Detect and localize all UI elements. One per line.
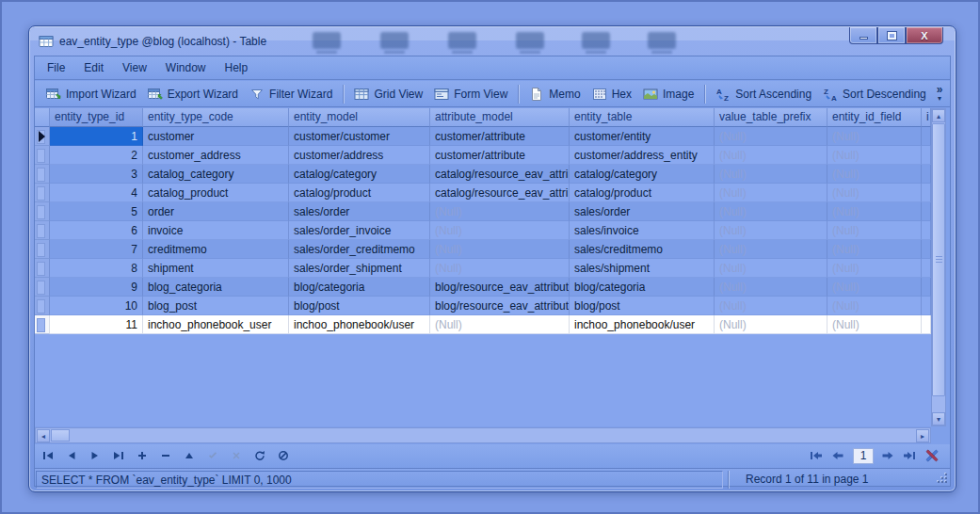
grid-cell[interactable]: 6 <box>50 221 143 240</box>
grid-cell[interactable]: (Null) <box>827 165 922 184</box>
row-selector-cell[interactable] <box>35 315 50 334</box>
grid-cell[interactable]: (Null) <box>827 240 922 259</box>
grid-cell[interactable]: (Null) <box>430 240 570 259</box>
grid-cell[interactable]: 3 <box>50 165 143 184</box>
row-selector-cell[interactable] <box>35 202 50 221</box>
grid-cell[interactable]: blog/resource_eav_attribute <box>430 278 570 297</box>
grid-cell[interactable]: catalog/category <box>570 165 715 184</box>
page-number-box[interactable]: 1 <box>853 448 874 464</box>
row-selector-cell[interactable] <box>35 165 50 184</box>
toolbar-button-filter-wizard[interactable]: Filter Wizard <box>244 84 338 104</box>
row-selector-cell[interactable] <box>35 259 50 278</box>
grid-cell[interactable]: inchoo_phonebook/user <box>289 315 430 334</box>
refresh-button[interactable] <box>254 450 266 462</box>
grid-cell[interactable]: (Null) <box>715 297 827 315</box>
next-record-button[interactable] <box>89 450 102 462</box>
grid-cell[interactable]: creditmemo <box>143 240 289 259</box>
grid-cell[interactable]: 11 <box>50 315 143 334</box>
grid-cell[interactable]: (Null) <box>827 297 922 315</box>
toolbar-button-sort-ascending[interactable]: AZSort Ascending <box>710 84 817 104</box>
grid-cell[interactable]: customer/attribute <box>430 127 570 146</box>
grid-cell[interactable] <box>922 259 931 278</box>
grid-cell[interactable] <box>922 184 931 202</box>
grid-cell[interactable]: catalog/category <box>289 165 430 184</box>
grid-cell[interactable]: (Null) <box>715 202 827 221</box>
maximize-button[interactable] <box>877 27 906 44</box>
column-header-entity-type-code[interactable]: entity_type_code <box>143 108 289 127</box>
menu-item-file[interactable]: File <box>38 58 74 77</box>
column-header-value-table-prefix[interactable]: value_table_prefix <box>715 108 827 127</box>
row-selector-cell[interactable] <box>35 278 50 297</box>
grid-cell[interactable]: (Null) <box>715 184 827 202</box>
grid-cell[interactable] <box>922 202 931 221</box>
grid-cell[interactable] <box>922 297 931 315</box>
toolbar-button-memo[interactable]: Memo <box>523 84 586 104</box>
previous-record-button[interactable] <box>66 450 78 462</box>
grid-cell[interactable] <box>922 127 931 146</box>
grid-cell[interactable]: 5 <box>50 202 143 221</box>
grid-cell[interactable]: sales/shipment <box>570 259 715 278</box>
grid-cell[interactable]: 9 <box>50 278 143 297</box>
grid-cell[interactable]: (Null) <box>715 146 827 165</box>
toolbar-button-grid-view[interactable]: Grid View <box>348 84 428 104</box>
grid-cell[interactable]: shipment <box>143 259 289 278</box>
stop-button[interactable] <box>278 450 290 462</box>
grid-cell[interactable] <box>922 240 931 259</box>
row-selector-cell[interactable] <box>35 184 50 202</box>
last-record-button[interactable] <box>113 450 125 462</box>
grid-cell[interactable]: 4 <box>50 184 143 202</box>
first-record-button[interactable] <box>42 450 55 462</box>
menu-item-edit[interactable]: Edit <box>74 58 113 77</box>
column-header-i[interactable]: i <box>922 108 931 127</box>
grid-cell[interactable]: catalog_category <box>143 165 289 184</box>
grid-cell[interactable]: invoice <box>143 221 289 240</box>
grid-cell[interactable]: catalog/product <box>289 184 430 202</box>
toolbar-button-export-wizard[interactable]: Export Wizard <box>142 84 244 104</box>
grid-cell[interactable]: (Null) <box>430 221 570 240</box>
toolbar-button-image[interactable]: Image <box>637 84 699 104</box>
grid-cell[interactable]: blog/post <box>570 297 715 315</box>
grid-cell[interactable]: 8 <box>50 259 143 278</box>
grid-cell[interactable] <box>922 278 931 297</box>
grid-cell[interactable]: sales/order <box>289 202 430 221</box>
grid-cell[interactable]: (Null) <box>715 127 827 146</box>
grid-cell[interactable]: blog_post <box>143 297 289 315</box>
grid-cell[interactable]: (Null) <box>827 202 922 221</box>
minimize-button[interactable] <box>849 27 877 44</box>
scroll-up-button[interactable]: ▴ <box>932 109 945 122</box>
grid-cell[interactable]: customer/address <box>289 146 430 165</box>
grid-cell[interactable]: (Null) <box>827 259 922 278</box>
grid-cell[interactable] <box>922 165 931 184</box>
grid-cell[interactable]: blog/categoria <box>289 278 430 297</box>
grid-cell[interactable]: (Null) <box>827 184 922 202</box>
menu-item-window[interactable]: Window <box>156 58 216 77</box>
previous-page-button[interactable] <box>831 450 845 462</box>
column-header-entity-type-id[interactable]: entity_type_id <box>50 108 143 127</box>
grid-cell[interactable]: blog_categoria <box>143 278 289 297</box>
grid-cell[interactable]: (Null) <box>827 315 922 334</box>
first-page-button[interactable] <box>810 450 824 462</box>
menu-item-view[interactable]: View <box>113 58 156 77</box>
grid-cell[interactable] <box>922 315 931 334</box>
grid-cell[interactable]: sales/order_invoice <box>289 221 430 240</box>
grid-cell[interactable]: sales/creditmemo <box>570 240 715 259</box>
column-header-entity-id-field[interactable]: entity_id_field <box>827 108 922 127</box>
grid-cell[interactable]: (Null) <box>430 259 570 278</box>
grid-cell[interactable]: customer <box>143 127 289 146</box>
grid-cell[interactable]: 7 <box>50 240 143 259</box>
column-header-entity-table[interactable]: entity_table <box>570 108 715 127</box>
grid-cell[interactable]: customer/attribute <box>430 146 570 165</box>
row-selector-cell[interactable] <box>35 297 50 315</box>
column-header-attribute-model[interactable]: attribute_model <box>430 108 570 127</box>
vertical-scrollbar[interactable]: ▴ ▾ <box>931 108 946 426</box>
grid-cell[interactable]: catalog/resource_eav_attrib <box>430 165 570 184</box>
horizontal-scrollbar[interactable]: ◂ ▸ <box>35 427 931 443</box>
scroll-right-button[interactable]: ▸ <box>916 429 929 442</box>
next-page-button[interactable] <box>881 450 895 462</box>
scroll-left-button[interactable]: ◂ <box>37 429 50 442</box>
grid-cell[interactable]: (Null) <box>827 146 922 165</box>
scroll-down-button[interactable]: ▾ <box>932 412 945 426</box>
grid-cell[interactable]: blog/categoria <box>570 278 715 297</box>
column-header-entity-model[interactable]: entity_model <box>289 108 430 127</box>
grid-cell[interactable]: customer/address_entity <box>570 146 715 165</box>
